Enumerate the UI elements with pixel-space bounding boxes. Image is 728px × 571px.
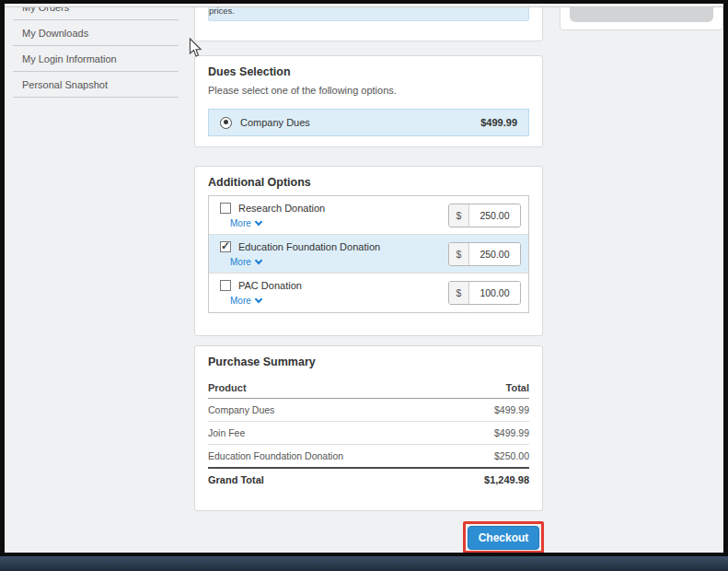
research-donation-amount-input[interactable]	[469, 204, 520, 227]
checkbox-unchecked-icon[interactable]	[220, 280, 231, 291]
more-link[interactable]: More	[230, 296, 261, 306]
education-foundation-amount-input[interactable]	[469, 243, 520, 265]
summary-row: Company Dues $499.99	[208, 399, 529, 422]
chevron-down-icon	[255, 296, 262, 303]
option-row-pac-donation: PAC Donation More $	[209, 274, 528, 312]
chevron-down-icon	[255, 218, 262, 226]
pac-donation-amount-input[interactable]	[469, 282, 520, 304]
summary-header-row: Product Total	[208, 377, 529, 399]
grand-total-row: Grand Total $1,249.98	[208, 467, 529, 491]
option-label: PAC Donation	[238, 280, 302, 291]
option-label: Education Foundation Donation	[238, 241, 380, 252]
additional-options-card: Additional Options Research Donation Mor…	[194, 166, 543, 336]
dues-selection-subtitle: Please select one of the following optio…	[208, 85, 397, 96]
summary-total: $499.99	[494, 427, 529, 438]
summary-total: $250.00	[494, 450, 529, 461]
currency-prefix: $	[449, 282, 469, 304]
amount-input-group: $	[448, 242, 521, 266]
right-panel-card	[560, 7, 723, 30]
window-frame: My Orders My Downloads My Login Informat…	[0, 0, 728, 571]
checkout-button[interactable]: Checkout	[468, 526, 539, 550]
intro-card: stream of services for your employees th…	[194, 7, 543, 41]
dues-option-company-dues[interactable]: Company Dues $499.99	[208, 109, 529, 136]
sidebar-item-personal-snapshot[interactable]: Personal Snapshot	[13, 72, 179, 98]
sidebar-item-my-downloads[interactable]: My Downloads	[13, 20, 179, 46]
grand-total-label: Grand Total	[208, 474, 264, 485]
summary-product: Join Fee	[208, 427, 245, 438]
currency-prefix: $	[449, 204, 469, 227]
more-link[interactable]: More	[230, 257, 261, 267]
option-row-education-foundation-donation: Education Foundation Donation More $	[209, 235, 528, 274]
summary-product: Company Dues	[208, 404, 274, 415]
grand-total-value: $1,249.98	[484, 474, 529, 485]
pac-donation-toggle[interactable]: PAC Donation	[220, 280, 302, 291]
column-header-product: Product	[208, 382, 247, 393]
amount-input-group: $	[448, 204, 521, 227]
dues-option-price: $499.99	[480, 117, 517, 128]
account-sidebar: My Orders My Downloads My Login Informat…	[13, 7, 179, 98]
right-panel-button[interactable]	[570, 7, 713, 22]
purchase-summary-table: Product Total Company Dues $499.99 Join …	[208, 377, 529, 491]
currency-prefix: $	[449, 243, 469, 265]
option-label: Research Donation	[238, 203, 325, 214]
research-donation-toggle[interactable]: Research Donation	[220, 203, 325, 214]
purchase-summary-title: Purchase Summary	[208, 355, 316, 368]
additional-options-table: Research Donation More $ Education Found…	[208, 195, 529, 313]
checkbox-unchecked-icon[interactable]	[220, 203, 231, 214]
summary-product: Education Foundation Donation	[208, 450, 343, 461]
checkbox-checked-icon[interactable]	[220, 241, 231, 252]
info-alert: stream of services for your employees th…	[208, 7, 529, 21]
page-viewport: My Orders My Downloads My Login Informat…	[5, 7, 723, 553]
taskbar-strip	[0, 556, 728, 571]
option-row-research-donation: Research Donation More $	[209, 196, 528, 235]
dues-option-label: Company Dues	[240, 117, 310, 128]
sidebar-item-my-login-information[interactable]: My Login Information	[13, 46, 179, 72]
annotation-highlight-box: Checkout	[463, 521, 544, 553]
chevron-down-icon	[255, 257, 262, 264]
amount-input-group: $	[448, 281, 521, 305]
more-link[interactable]: More	[230, 218, 261, 228]
info-alert-text: stream of services for your employees th…	[209, 7, 528, 16]
purchase-summary-card: Purchase Summary Product Total Company D…	[194, 345, 543, 511]
column-header-total: Total	[506, 382, 529, 393]
radio-selected-icon[interactable]	[220, 117, 232, 129]
summary-total: $499.99	[494, 404, 529, 415]
sidebar-item-my-orders[interactable]: My Orders	[13, 7, 179, 20]
education-foundation-toggle[interactable]: Education Foundation Donation	[220, 241, 380, 252]
dues-selection-card: Dues Selection Please select one of the …	[194, 55, 543, 147]
summary-row: Join Fee $499.99	[208, 422, 529, 445]
additional-options-title: Additional Options	[208, 176, 311, 189]
summary-row: Education Foundation Donation $250.00	[208, 445, 529, 468]
dues-selection-title: Dues Selection	[208, 65, 291, 78]
